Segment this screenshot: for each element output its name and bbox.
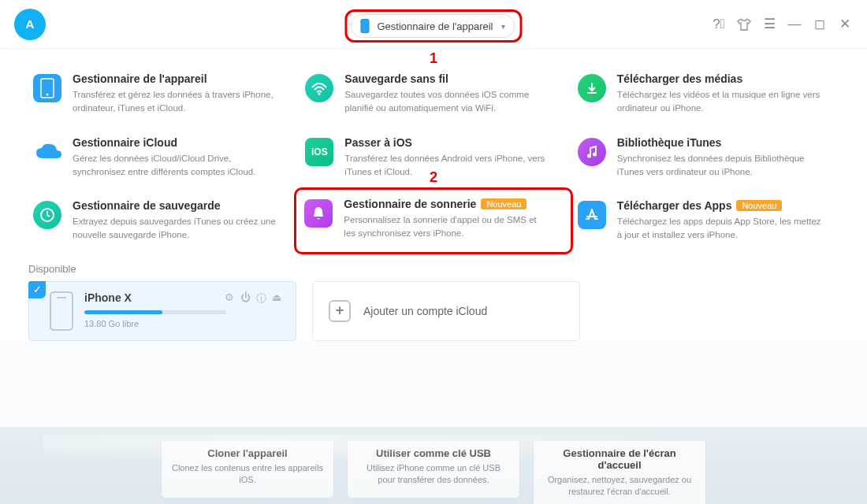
tile-icloud-manager[interactable]: Gestionnaire iCloudGérez les données iCl… [28, 130, 294, 186]
tile-download-apps[interactable]: Télécharger des AppsNouveauTéléchargez l… [573, 193, 839, 249]
close-icon[interactable]: ✕ [837, 16, 853, 32]
tile-desc: Transférez les données Android vers iPho… [344, 152, 549, 180]
minimize-icon[interactable]: — [787, 17, 802, 32]
footer-title: Utiliser comme clé USB [357, 447, 510, 459]
add-icloud-account[interactable]: + Ajouter un compte iCloud [312, 281, 580, 341]
footer-title: Gestionnaire de l'écran d'accueil [543, 447, 696, 471]
tile-download-media[interactable]: Télécharger des médiasTéléchargez les vi… [573, 66, 839, 122]
cloud-icon [33, 138, 61, 166]
tile-desc: Gérez les données iCloud/iCloud Drive, s… [73, 152, 277, 180]
shirt-icon[interactable] [736, 17, 752, 32]
bell-icon [304, 199, 333, 228]
footer-homescreen[interactable]: Gestionnaire de l'écran d'accueilOrganis… [533, 441, 706, 504]
annotation-box-1: Gestionnaire de l'appareil ▾ [344, 9, 522, 43]
annotation-2: 2 [430, 169, 437, 186]
check-icon: ✓ [28, 281, 46, 298]
footer-title: Cloner l'appareil [171, 447, 324, 459]
annotation-box-2: 2 Gestionnaire de sonnerieNouveauPersonn… [294, 187, 572, 254]
tile-desc: Téléchargez les vidéos et la musique en … [617, 88, 822, 116]
tile-title: Télécharger des médias [617, 72, 822, 85]
add-icloud-label: Ajouter un compte iCloud [363, 305, 487, 317]
tile-title: Bibliothèque iTunes [617, 136, 822, 149]
tile-title: Passer à iOS [344, 136, 549, 149]
footer: Cloner l'appareilClonez les contenus ent… [0, 427, 867, 504]
tile-desc: Extrayez depuis sauvegardes iTunes ou cr… [73, 215, 277, 243]
tile-ringtone-manager[interactable]: Gestionnaire de sonnerieNouveauPersonnal… [300, 193, 567, 246]
svg-point-3 [587, 154, 591, 158]
main-area: Gestionnaire de l'appareilTransférez et … [0, 49, 867, 341]
tile-device-manager[interactable]: Gestionnaire de l'appareilTransférez et … [28, 66, 294, 122]
menu-icon[interactable]: ☰ [761, 16, 777, 32]
mode-dropdown-label: Gestionnaire de l'appareil [377, 20, 493, 32]
footer-desc: Utilisez iPhone comme un clé USB pour tr… [357, 462, 510, 487]
chevron-down-icon: ▾ [501, 22, 505, 31]
help-icon[interactable]: ?⃝ [711, 17, 727, 32]
tile-title: Gestionnaire de l'appareil [73, 72, 277, 85]
eject-icon[interactable]: ⏏ [270, 291, 283, 306]
footer-clone[interactable]: Cloner l'appareilClonez les contenus ent… [161, 441, 334, 498]
tile-wireless-backup[interactable]: Sauvegarde sans filSauvegardez toutes vo… [300, 66, 566, 122]
new-badge: Nouveau [736, 200, 782, 211]
mode-dropdown[interactable]: Gestionnaire de l'appareil ▾ [350, 14, 515, 38]
clock-icon [33, 201, 61, 229]
storage-bar [84, 310, 226, 314]
info-icon[interactable]: ⓘ [255, 291, 267, 306]
wifi-icon [305, 74, 333, 102]
phone-icon [360, 19, 369, 33]
svg-point-4 [593, 152, 597, 156]
device-manager-icon [33, 74, 61, 102]
tile-desc: Sauvegardez toutes vos données iOS comme… [344, 88, 549, 116]
tile-title: Gestionnaire de sonnerieNouveau [344, 198, 549, 210]
device-free-space: 13.80 Go libre [84, 319, 283, 328]
tile-title: Télécharger des AppsNouveau [617, 199, 822, 212]
tile-desc: Téléchargez les apps depuis App Store, l… [617, 215, 822, 243]
gear-icon[interactable]: ⚙ [223, 291, 236, 306]
tile-title: Gestionnaire de sauvegarde [73, 199, 277, 212]
appstore-icon [578, 201, 606, 229]
tile-itunes-library[interactable]: Bibliothèque iTunesSynchronisez les donn… [573, 130, 839, 186]
new-badge: Nouveau [481, 198, 527, 209]
footer-desc: Clonez les contenus entre les appareils … [171, 462, 324, 487]
tile-desc: Synchronisez les données depuis Biblioth… [617, 152, 822, 180]
app-logo: A [14, 9, 46, 40]
ios-icon: iOS [305, 138, 333, 166]
title-bar: A Gestionnaire de l'appareil ▾ 1 ?⃝ ☰ — … [0, 0, 867, 49]
footer-desc: Organisez, nettoyez, sauvegardez ou rest… [543, 474, 696, 498]
tile-desc: Personnalisez la sonnerie d'appel ou de … [344, 213, 549, 241]
music-icon [578, 138, 606, 166]
footer-usb[interactable]: Utiliser comme clé USBUtilisez iPhone co… [347, 441, 520, 498]
device-phone-icon [50, 291, 73, 331]
tile-backup-manager[interactable]: Gestionnaire de sauvegardeExtrayez depui… [28, 193, 294, 249]
download-icon [578, 74, 606, 102]
maximize-icon[interactable]: ◻ [812, 16, 828, 32]
power-icon[interactable]: ⏻ [239, 291, 251, 306]
tile-desc: Transférez et gérez les données à traver… [73, 88, 277, 116]
device-name: iPhone X [84, 291, 132, 306]
plus-icon: + [329, 300, 351, 322]
tile-title: Sauvegarde sans fil [344, 72, 549, 85]
tile-title: Gestionnaire iCloud [73, 136, 277, 149]
device-card[interactable]: ✓ iPhone X ⚙ ⏻ ⓘ ⏏ 13.80 Go libre [28, 281, 296, 341]
svg-point-1 [47, 94, 49, 96]
svg-point-2 [318, 93, 321, 95]
annotation-1: 1 [430, 50, 437, 67]
